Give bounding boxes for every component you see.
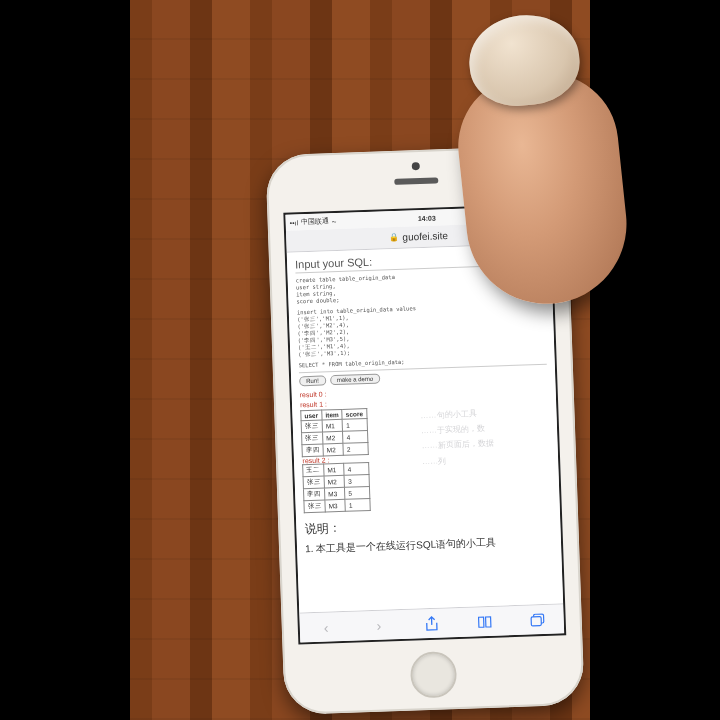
svg-rect-1 (531, 616, 541, 625)
run-button[interactable]: Run! (299, 375, 326, 386)
home-button[interactable] (410, 651, 458, 699)
cell: 1 (345, 498, 370, 511)
cell: 张三 (304, 500, 325, 513)
sql-textarea-2[interactable]: insert into table_origin_data values ('张… (297, 300, 547, 359)
lock-icon: 🔒 (388, 233, 398, 242)
cell: 3 (344, 474, 369, 487)
cell: 李四 (302, 444, 323, 457)
table-row: 张三M31 (304, 498, 370, 512)
battery-icon: ▮ (541, 210, 545, 218)
cell: M3 (324, 487, 345, 500)
wifi-icon: ⏦ (332, 217, 336, 224)
iphone-device: ••ıl 中国联通 ⏦ 14:03 ᛒ 99% ▮ 🔒 guofei.site … (265, 145, 584, 715)
cell: M2 (324, 475, 345, 488)
signal-icon: ••ıl (290, 219, 299, 226)
cell: 张三 (302, 432, 323, 445)
back-icon[interactable]: ‹ (318, 619, 335, 636)
cell: 5 (345, 486, 370, 499)
webpage-content[interactable]: Input your SQL: create table table_origi… (287, 244, 563, 613)
front-camera (412, 162, 420, 170)
tabs-icon[interactable] (529, 611, 546, 628)
earpiece-speaker (394, 177, 438, 185)
overlay-faded-text: ……句的小工具 ……于实现的，数 ……新页面后，数据 ……列 (420, 404, 552, 469)
cell: 张三 (301, 420, 322, 433)
cell: M3 (325, 499, 346, 512)
clock-label: 14:03 (418, 214, 436, 222)
cell: M2 (323, 443, 344, 456)
cell: 2 (343, 442, 368, 455)
cell: 1 (342, 418, 367, 431)
cell: 4 (343, 430, 368, 443)
share-icon[interactable] (423, 615, 440, 632)
bookmarks-icon[interactable] (476, 613, 493, 630)
battery-percent: 99% (524, 210, 538, 217)
cell: M1 (322, 419, 343, 432)
cell: 李四 (303, 488, 324, 501)
cell: M2 (322, 431, 343, 444)
forward-icon[interactable]: › (371, 617, 388, 634)
description-line-1: 1. 本工具是一个在线运行SQL语句的小工具 (305, 533, 553, 556)
sql-textarea[interactable]: create table table_origin_data user stri… (296, 269, 545, 306)
bluetooth-icon: ᛒ (517, 211, 521, 218)
result-table: user item score 张三M11 张三M24 李四M22 result… (300, 408, 370, 513)
cell: M1 (324, 463, 345, 476)
cell: 张三 (303, 476, 324, 489)
cell: 王二 (303, 464, 324, 477)
cell: 4 (344, 462, 369, 475)
make-demo-button[interactable]: make a demo (330, 373, 381, 385)
phone-screen: ••ıl 中国联通 ⏦ 14:03 ᛒ 99% ▮ 🔒 guofei.site … (283, 203, 566, 644)
result-2-label: result 2 : (302, 456, 329, 464)
url-host: guofei.site (402, 230, 448, 243)
carrier-label: 中国联通 (301, 216, 329, 227)
